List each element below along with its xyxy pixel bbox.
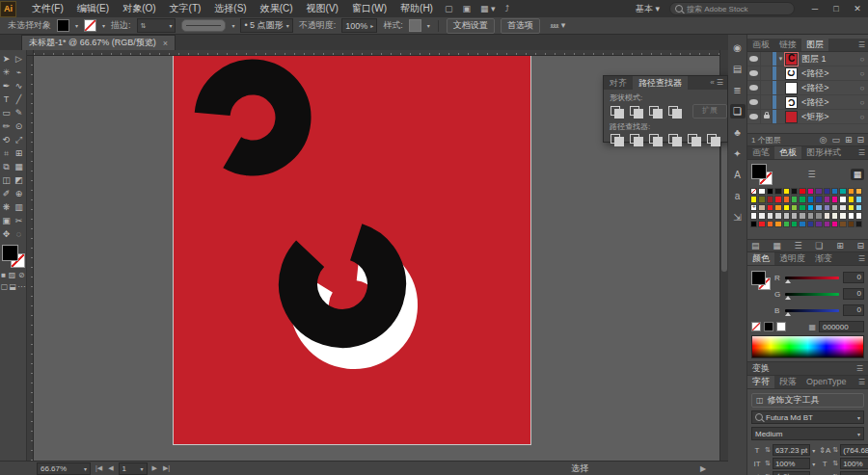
transform-panel-header[interactable]: 变换 ☰ [747, 362, 868, 376]
green-value-field[interactable]: 0 [843, 288, 864, 300]
maximize-button[interactable]: □ [826, 0, 847, 17]
first-artboard-icon[interactable]: |◀ [95, 464, 103, 472]
tab-brushes[interactable]: 画笔 [747, 146, 774, 159]
none-chip[interactable] [751, 322, 761, 331]
width-tool[interactable]: ⌗ [0, 146, 13, 160]
font-family-select[interactable]: Futura Md BT▾ [751, 410, 864, 424]
blend-tool[interactable]: ⊕ [13, 187, 25, 200]
prev-artboard-icon[interactable]: ◀ [107, 464, 114, 472]
swatch[interactable] [831, 204, 838, 211]
mesh-tool[interactable]: ◫ [0, 173, 13, 187]
close-button[interactable]: ✕ [847, 0, 868, 17]
white-chip[interactable] [776, 322, 786, 331]
unite-button[interactable] [610, 105, 625, 118]
slider-thumb-icon[interactable] [785, 296, 791, 300]
new-color-group-icon[interactable]: ❏ [815, 241, 823, 251]
stroke-caret-icon[interactable]: ▾ [102, 22, 105, 29]
swatch[interactable] [815, 196, 822, 202]
swatch[interactable] [824, 196, 830, 202]
swatch[interactable] [848, 188, 854, 195]
menu-window[interactable]: 窗口(W) [345, 0, 393, 17]
menu-help[interactable]: 帮助(H) [393, 0, 440, 17]
vertical-ruler[interactable] [27, 56, 34, 461]
swatch[interactable] [855, 196, 862, 202]
swatch[interactable] [758, 204, 765, 211]
swatch[interactable] [799, 204, 805, 211]
fill-proxy-swatch[interactable] [751, 271, 766, 285]
caret-down-icon[interactable]: ▾ [812, 461, 815, 467]
tab-paragraph[interactable]: 段落 [774, 376, 801, 388]
none-button[interactable]: ⊘ [18, 271, 25, 279]
layer-thumbnail[interactable]: C [785, 96, 798, 109]
gpu-performance-icon[interactable]: ▣ [457, 4, 475, 13]
swatch[interactable] [824, 204, 830, 211]
swatch[interactable] [783, 196, 790, 202]
layer-row[interactable]: <矩形> ○ [747, 110, 868, 124]
glyphs-icon[interactable]: a [730, 189, 746, 203]
free-transform-tool[interactable]: ⊞ [13, 146, 25, 160]
stroke-color-swatch[interactable] [84, 19, 96, 32]
leading-field[interactable]: (764.68 [840, 444, 868, 456]
swatch[interactable] [807, 196, 814, 202]
swatch-options-icon[interactable]: ☰ [795, 241, 802, 251]
fill-proxy-swatch[interactable] [751, 164, 767, 179]
stock-icon[interactable]: ▢ [440, 4, 458, 13]
swatch[interactable] [807, 188, 814, 195]
grid-view-icon[interactable]: ▦ [851, 169, 864, 180]
minimize-button[interactable]: ─ [804, 0, 826, 17]
gradient-button[interactable]: ▨ [9, 271, 16, 279]
trim-button[interactable] [629, 133, 644, 145]
share-icon[interactable]: ⤴ [501, 4, 515, 13]
menu-effect[interactable]: 效果(C) [254, 0, 300, 17]
swatch[interactable] [839, 221, 846, 227]
layer-name[interactable]: <矩形> [801, 111, 856, 123]
tab-gradient[interactable]: 渐变 [810, 252, 837, 265]
visibility-toggle[interactable] [747, 52, 761, 66]
swatch[interactable] [807, 212, 814, 219]
layer-thumbnail[interactable] [785, 82, 798, 94]
panel-menu-icon[interactable]: ☰ [855, 39, 868, 51]
panel-menu-icon[interactable]: ☰ [855, 376, 868, 388]
black-chip[interactable] [764, 322, 773, 331]
layer-name[interactable]: 图层 1 [801, 53, 856, 66]
swatch[interactable] [839, 188, 846, 195]
swatch[interactable] [750, 212, 757, 219]
tab-color[interactable]: 颜色 [747, 252, 774, 265]
target-icon[interactable]: ○ [856, 98, 868, 107]
fill-stroke-proxy[interactable] [751, 164, 773, 185]
visibility-toggle[interactable] [747, 95, 761, 109]
delete-swatch-icon[interactable]: ⊟ [856, 241, 864, 251]
swatch[interactable] [767, 188, 773, 195]
blue-value-field[interactable]: 0 [843, 304, 864, 316]
artboards-icon[interactable]: ▤ [730, 62, 746, 76]
layer-name[interactable]: <路径> [801, 82, 856, 94]
swatch[interactable] [855, 212, 862, 219]
layer-row[interactable]: <路径> ○ [747, 81, 868, 95]
target-icon[interactable]: ○ [856, 113, 868, 121]
arrange-documents-icon[interactable]: ▦ ▾ [475, 4, 501, 13]
slider-thumb-icon[interactable] [785, 312, 791, 316]
swatch[interactable] [839, 212, 846, 219]
visibility-toggle[interactable] [747, 66, 761, 80]
swatch[interactable] [831, 196, 838, 202]
touch-type-tool-button[interactable]: ◫ 修饰文字工具 [751, 393, 864, 408]
swatch[interactable] [758, 212, 765, 219]
tab-swatches[interactable]: 色板 [774, 146, 801, 159]
expand-button[interactable]: 扩展 [692, 104, 727, 119]
document-tab[interactable]: 未标题-1* @ 66.67% (RGB/预览) × [21, 35, 176, 50]
swatch[interactable] [767, 221, 773, 227]
minus-back-button[interactable] [706, 133, 721, 145]
column-graph-tool[interactable]: ▥ [13, 200, 25, 214]
rectangle-tool[interactable]: ▭ [0, 106, 13, 119]
lock-toggle[interactable] [761, 81, 773, 94]
layer-row[interactable]: C <路径> ○ [747, 95, 868, 110]
draw-normal-button[interactable]: ▢ [1, 282, 9, 291]
list-view-icon[interactable]: ☰ [805, 169, 819, 180]
layer-thumbnail[interactable]: C [785, 53, 798, 66]
swatch[interactable] [824, 188, 830, 195]
red-slider[interactable] [785, 277, 839, 279]
symbols-icon[interactable]: ♣ [730, 125, 746, 140]
eyedropper-tool[interactable]: ✐ [0, 187, 13, 200]
stepper-icon[interactable]: ⇅ [832, 460, 838, 467]
shaper-tool[interactable]: ⊙ [13, 119, 25, 133]
